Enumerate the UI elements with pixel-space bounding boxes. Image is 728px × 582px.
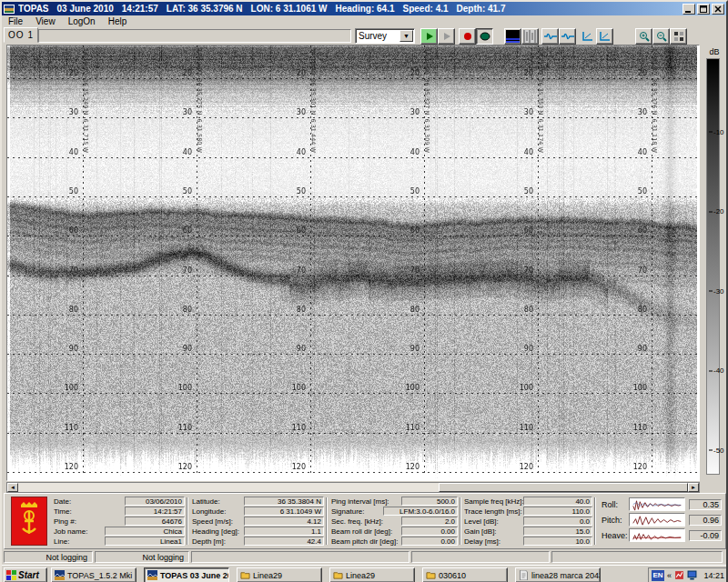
info-field-row: Ping #:64676: [54, 517, 185, 526]
language-indicator[interactable]: EN: [652, 570, 664, 581]
info-field-row: Beam pitch dir [deg]:0.00: [331, 537, 458, 546]
field-label: Beam roll dir [deg]:: [331, 527, 401, 536]
taskbar-item[interactable]: TOPAS_1.5.2 Mki: [51, 567, 136, 582]
play-button[interactable]: [420, 28, 438, 45]
menu-view[interactable]: View: [29, 16, 62, 26]
menu-help[interactable]: Help: [102, 16, 134, 26]
trace-a-button[interactable]: [541, 28, 559, 45]
taskbar-item[interactable]: 030610: [422, 567, 508, 582]
scope-b-button[interactable]: [596, 28, 613, 45]
taskbar-item-label: 030610: [439, 571, 466, 580]
field-label: Longitude:: [192, 507, 244, 516]
field-value: 0.00: [401, 527, 458, 536]
info-field-row: Gain [dB]:15.0: [464, 527, 592, 536]
status-bar: Not loggingNot logging: [4, 551, 726, 564]
field-label: Job name:: [54, 527, 105, 536]
info-field-row: Sec. freq. [kHz]:2.0: [331, 517, 458, 526]
info-panel: Date:03/06/2010Time:14:21:57Ping #:64676…: [4, 493, 726, 549]
info-field-row: Depth [m]:42.4: [192, 537, 324, 546]
minimize-button[interactable]: [682, 4, 695, 15]
menu-logon[interactable]: LogOn: [62, 16, 102, 26]
folder-icon: [240, 570, 250, 580]
motion-value: 0.35: [689, 499, 722, 510]
field-label: Date:: [54, 497, 125, 506]
echogram-view-button[interactable]: [504, 28, 521, 45]
toolbar-buttons: [420, 27, 687, 45]
colorbar-tick: -40: [709, 366, 724, 375]
tray-app-icon[interactable]: [674, 570, 684, 580]
scroll-left-button[interactable]: ◄: [7, 483, 18, 492]
field-label: Line:: [54, 537, 105, 546]
field-label: Beam pitch dir [deg]:: [331, 537, 401, 546]
info-field-row: Longitude:6 31.1049 W: [192, 507, 324, 516]
info-field-row: Trace length [ms]:110.0: [464, 507, 592, 516]
title-bar[interactable]: TOPAS03 June 201014:21:57LAT: 36 35.3796…: [2, 2, 726, 15]
taskbar-item[interactable]: linea28 marca 2043 SCG ...: [515, 567, 601, 582]
window-title: TOPAS03 June 201014:21:57LAT: 36 35.3796…: [18, 4, 682, 14]
info-field-row: Job name:Chica: [54, 527, 185, 536]
field-value: 14:21:57: [125, 507, 185, 516]
close-button[interactable]: [712, 4, 724, 15]
field-value: 1.1: [244, 527, 324, 536]
taskbar-item[interactable]: Linea29: [329, 567, 415, 582]
colorbar-tick: -30: [709, 286, 724, 295]
info-group: Sample freq [kHz]:40.0Trace length [ms]:…: [464, 497, 592, 547]
folder-icon: [333, 570, 343, 580]
motion-waveform: [629, 497, 685, 511]
start-button[interactable]: Start: [4, 567, 47, 582]
motion-waveform: [629, 513, 685, 527]
field-value: LFM:3.0-6.0/16.0: [383, 507, 458, 516]
status-cell: [191, 551, 410, 563]
mode-select[interactable]: Survey ▼: [355, 28, 415, 44]
scope-a-button[interactable]: [579, 28, 596, 45]
field-label: Sample freq [kHz]:: [464, 497, 523, 506]
app-icon: [4, 5, 15, 14]
field-value: 500.0: [401, 497, 458, 506]
motion-value: 0.96: [689, 515, 722, 526]
display-tab[interactable]: OO 1: [4, 27, 38, 43]
field-value: 6 31.1049 W: [244, 507, 324, 516]
taskbar-item[interactable]: Linea29: [237, 567, 322, 582]
windows-logo-icon: [6, 570, 16, 580]
taskbar-item-label: Linea29: [253, 571, 282, 580]
maximize-button[interactable]: [697, 4, 710, 15]
field-label: Ping interval [ms]:: [331, 497, 401, 506]
taskbar-item[interactable]: TOPAS 03 June 201...: [144, 567, 229, 582]
chevron-down-icon[interactable]: ▼: [399, 30, 413, 42]
zoom-reset-button[interactable]: [670, 28, 687, 45]
field-label: Sec. freq. [kHz]:: [331, 517, 401, 526]
info-field-row: Sample freq [kHz]:40.0: [464, 497, 592, 506]
field-value: 42.4: [244, 537, 324, 546]
info-group: Ping interval [ms]:500.0Signature:LFM:3.…: [331, 497, 458, 547]
tray-chevron[interactable]: «: [667, 571, 672, 580]
field-label: Ping #:: [54, 517, 125, 526]
info-field-row: Line:Linea1: [54, 537, 185, 546]
menu-file[interactable]: File: [2, 16, 29, 26]
horizontal-scrollbar[interactable]: ◄ ►: [6, 482, 700, 493]
status-cell: [551, 551, 723, 563]
field-label: Gain [dB]:: [464, 527, 523, 536]
field-value: 4.12: [244, 517, 324, 526]
step-button[interactable]: [438, 28, 455, 45]
zoom-out-button[interactable]: [652, 28, 670, 45]
echogram-canvas[interactable]: [7, 45, 697, 479]
trace-b-button[interactable]: [559, 28, 576, 45]
raw-trace-view-button[interactable]: [521, 28, 539, 45]
taskbar-item-label: TOPAS 03 June 201...: [160, 571, 229, 580]
colorbar-unit-label: dB: [704, 47, 724, 56]
start-label: Start: [18, 570, 39, 580]
tray-display-icon[interactable]: [687, 570, 697, 580]
scroll-right-button[interactable]: ►: [688, 483, 699, 492]
field-value: 0.00: [401, 537, 458, 546]
system-tray[interactable]: EN « 14:21: [648, 567, 728, 582]
record-button[interactable]: [459, 28, 476, 45]
motion-label: Roll:: [602, 500, 629, 509]
field-label: Delay [ms]:: [464, 537, 523, 546]
divider: [460, 497, 461, 545]
scroll-thumb[interactable]: [439, 483, 688, 492]
field-label: Trace length [ms]:: [464, 507, 523, 516]
navy-crest-logo: [11, 497, 47, 546]
event-mark-button[interactable]: [476, 28, 493, 45]
zoom-in-button[interactable]: [635, 28, 652, 45]
menu-bar: FileViewLogOnHelp: [2, 15, 726, 27]
